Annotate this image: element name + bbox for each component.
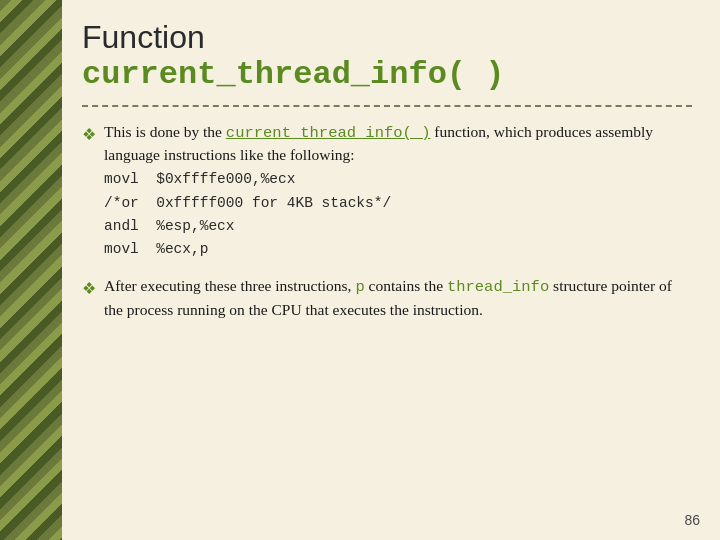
bullet-icon-2: ❖ [82, 277, 104, 300]
content-list: ❖ This is done by the current_thread_inf… [82, 121, 692, 321]
list-item: ❖ This is done by the current_thread_inf… [82, 121, 692, 261]
inline-code-p: p [355, 278, 364, 296]
bullet-text-1: This is done by the current_thread_info(… [104, 121, 692, 261]
title-code: current_thread_info( ) [82, 56, 692, 94]
bullet-icon: ❖ [82, 123, 104, 146]
list-item: ❖ After executing these three instructio… [82, 275, 692, 321]
code-block: movl $0xffffe000,%ecx /*or 0xfffff000 fo… [104, 168, 692, 261]
page-number: 86 [684, 512, 700, 528]
bullet-text-2: After executing these three instructions… [104, 275, 692, 321]
title-word: Function [82, 19, 205, 55]
code-line-1: movl $0xffffe000,%ecx [104, 168, 692, 191]
separator-line [82, 105, 692, 107]
code-line-3: andl %esp,%ecx [104, 215, 692, 238]
code-line-2: /*or 0xfffff000 for 4KB stacks*/ [104, 192, 692, 215]
page-title: Function current_thread_info( ) [82, 18, 692, 95]
main-content: Function current_thread_info( ) ❖ This i… [62, 0, 720, 540]
inline-code-current-thread: current_thread_info( ) [226, 124, 431, 142]
inline-code-thread-info: thread_info [447, 278, 549, 296]
code-line-4: movl %ecx,p [104, 238, 692, 261]
decorative-border [0, 0, 62, 540]
